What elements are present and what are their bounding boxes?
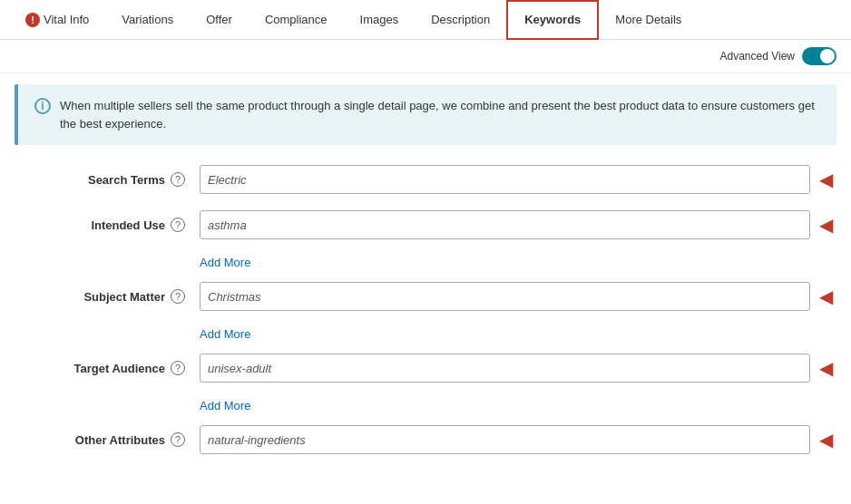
search-terms-input-col: ◀ xyxy=(200,165,833,194)
search-terms-input[interactable] xyxy=(200,165,810,194)
other-attributes-input[interactable] xyxy=(200,425,810,454)
target-audience-label: Target Audience xyxy=(74,362,165,375)
advanced-view-label: Advanced View xyxy=(720,50,796,63)
intended-use-input[interactable] xyxy=(200,210,810,239)
nav-label-more-details: More Details xyxy=(615,13,681,26)
other-attributes-input-col: ◀ xyxy=(200,425,833,454)
intended-use-label-col: Intended Use ? xyxy=(18,210,200,232)
vital-info-error-icon: ! xyxy=(25,13,40,27)
nav-label-vital-info: Vital Info xyxy=(44,13,89,26)
intended-use-add-more-row: Add More xyxy=(18,256,833,269)
nav-item-images[interactable]: Images xyxy=(344,0,416,40)
other-attributes-label: Other Attributes xyxy=(75,433,165,447)
intended-use-help-icon[interactable]: ? xyxy=(171,218,185,232)
nav-item-description[interactable]: Description xyxy=(415,0,506,40)
target-audience-spacer xyxy=(18,399,200,412)
intended-use-row: Intended Use ? ◀ xyxy=(18,210,833,239)
info-banner-text: When multiple sellers sell the same prod… xyxy=(60,97,820,132)
toggle-thumb xyxy=(820,49,835,63)
nav-item-keywords[interactable]: Keywords xyxy=(506,0,599,40)
intended-use-spacer xyxy=(18,256,200,269)
target-audience-help-icon[interactable]: ? xyxy=(171,361,185,375)
nav-item-vital-info[interactable]: ! Vital Info xyxy=(9,0,105,40)
intended-use-label: Intended Use xyxy=(91,218,165,232)
search-terms-label-col: Search Terms ? xyxy=(18,165,200,187)
search-terms-row: Search Terms ? ◀ xyxy=(18,165,833,194)
subject-matter-help-icon[interactable]: ? xyxy=(171,289,185,304)
nav-item-offer[interactable]: Offer xyxy=(190,0,249,40)
subject-matter-spacer xyxy=(18,327,200,341)
nav-label-images: Images xyxy=(360,13,399,26)
intended-use-input-col: ◀ xyxy=(200,210,833,239)
nav-label-offer: Offer xyxy=(206,13,232,26)
advanced-view-row: Advanced View xyxy=(0,40,851,73)
subject-matter-input[interactable] xyxy=(200,282,810,311)
nav-label-compliance: Compliance xyxy=(265,13,328,26)
info-icon: i xyxy=(34,98,51,114)
subject-matter-label-col: Subject Matter ? xyxy=(18,282,200,304)
target-audience-add-more-row: Add More xyxy=(18,399,833,412)
other-attributes-row: Other Attributes ? ◀ xyxy=(18,425,833,454)
subject-matter-row: Subject Matter ? ◀ xyxy=(18,282,833,311)
keywords-form: Search Terms ? ◀ Intended Use ? ◀ Add Mo… xyxy=(0,156,851,489)
nav-item-compliance[interactable]: Compliance xyxy=(249,0,344,40)
nav-label-keywords: Keywords xyxy=(524,13,581,26)
top-navigation: ! Vital Info Variations Offer Compliance… xyxy=(0,0,851,40)
search-terms-arrow-icon: ◀ xyxy=(819,169,833,190)
target-audience-input-col: ◀ xyxy=(200,354,833,383)
search-terms-label: Search Terms xyxy=(88,173,165,187)
subject-matter-input-col: ◀ xyxy=(200,282,833,311)
target-audience-add-more-link[interactable]: Add More xyxy=(200,399,250,412)
target-audience-label-col: Target Audience ? xyxy=(18,354,200,375)
nav-label-description: Description xyxy=(431,13,490,26)
other-attributes-help-icon[interactable]: ? xyxy=(171,432,185,447)
target-audience-arrow-icon: ◀ xyxy=(819,357,833,379)
nav-label-variations: Variations xyxy=(122,13,173,26)
subject-matter-arrow-icon: ◀ xyxy=(819,286,833,307)
intended-use-add-more-link[interactable]: Add More xyxy=(200,256,250,269)
subject-matter-add-more-row: Add More xyxy=(18,327,833,341)
search-terms-help-icon[interactable]: ? xyxy=(171,172,185,187)
other-attributes-label-col: Other Attributes ? xyxy=(18,425,200,447)
intended-use-arrow-icon: ◀ xyxy=(819,214,833,236)
target-audience-input[interactable] xyxy=(200,354,810,383)
subject-matter-label: Subject Matter xyxy=(83,290,165,304)
other-attributes-arrow-icon: ◀ xyxy=(819,429,833,451)
advanced-view-toggle[interactable] xyxy=(802,47,836,65)
info-banner: i When multiple sellers sell the same pr… xyxy=(15,84,836,145)
nav-item-variations[interactable]: Variations xyxy=(105,0,190,40)
nav-item-more-details[interactable]: More Details xyxy=(599,0,698,40)
subject-matter-add-more-link[interactable]: Add More xyxy=(200,327,250,341)
target-audience-row: Target Audience ? ◀ xyxy=(18,354,833,383)
